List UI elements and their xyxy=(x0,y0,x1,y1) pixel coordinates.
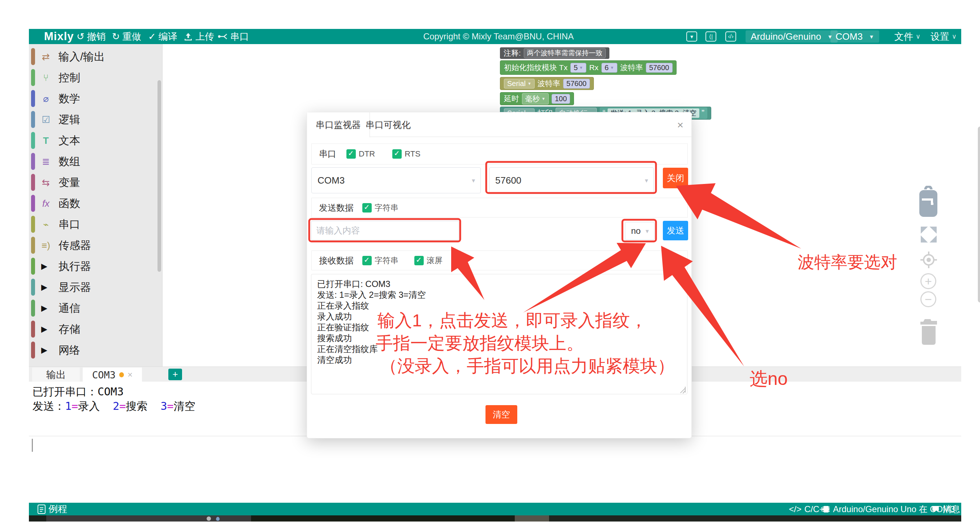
examples-button[interactable]: 例程 xyxy=(38,503,67,515)
undo-icon: ↺ xyxy=(76,32,84,41)
send-input[interactable] xyxy=(311,221,459,241)
recv-line: 发送: 1=录入 2=搜索 3=清空 xyxy=(317,290,681,300)
sidebar-item-display[interactable]: ▶显示器 xyxy=(29,278,162,296)
tab-output[interactable]: 输出 xyxy=(32,368,80,382)
rts-checkbox[interactable] xyxy=(392,149,402,159)
desktop-taskbar-strip xyxy=(29,515,961,521)
collapse-panel-icon[interactable]: ⟨| xyxy=(705,32,716,41)
block-category-sidebar: ⇄输入/输出 ⑂控制 ⌀数学 ☑逻辑 T文本 ≣数组 ⇆变量 fx函数 ⌁串口 … xyxy=(29,44,162,366)
send-string-checkbox[interactable] xyxy=(362,203,372,212)
block-init-fingerprint[interactable]: 初始化指纹模块 Tx 5▼ Rx 6▼ 波特率 57600 xyxy=(500,61,676,75)
expand-triangle-icon: ▶ xyxy=(41,346,47,355)
check-icon: ✓ xyxy=(148,32,156,41)
file-menu[interactable]: 文件∨ xyxy=(894,29,920,44)
sidebar-item-inout[interactable]: ⇄输入/输出 xyxy=(29,48,162,66)
top-toolbar: Mixly ↺撤销 ↻重做 ✓编译 上传 串口 Copyright © Mixl… xyxy=(29,29,961,44)
sidebar-item-communication[interactable]: ▶通信 xyxy=(29,299,162,317)
block-serial-baud[interactable]: Serial▼ 波特率 57600 xyxy=(500,77,594,90)
sidebar-item-network[interactable]: ▶网络 xyxy=(29,341,162,359)
backpack-icon[interactable] xyxy=(918,186,939,218)
send-options-box: 发送数据 字符串 xyxy=(311,198,688,218)
sidebar-item-actuator[interactable]: ▶执行器 xyxy=(29,257,162,276)
baud-value-socket[interactable]: 57600 xyxy=(563,79,590,89)
upload-icon xyxy=(183,32,193,41)
close-tab-icon[interactable]: × xyxy=(127,370,132,380)
tab-serial-visualizer[interactable]: 串口可视化 xyxy=(357,112,419,137)
auto-scroll-checkbox[interactable] xyxy=(414,256,424,265)
baud-value-socket[interactable]: 57600 xyxy=(646,63,673,73)
logic-icon: ☑ xyxy=(40,114,52,126)
port-select[interactable]: COM3▼ xyxy=(830,30,879,43)
sidebar-item-function[interactable]: fx函数 xyxy=(29,194,162,212)
line-ending-dropdown[interactable]: no▼ xyxy=(625,222,654,240)
sidebar-item-math[interactable]: ⌀数学 xyxy=(29,90,162,108)
recv-line: 已打开串口: COM3 xyxy=(317,279,681,290)
tab-com3[interactable]: COM3 × xyxy=(83,368,142,382)
undo-button[interactable]: ↺撤销 xyxy=(76,29,106,44)
recv-line: 录入成功 xyxy=(317,311,681,322)
serial-button[interactable]: 串口 xyxy=(218,29,249,44)
caret-down-icon: ▼ xyxy=(869,33,874,40)
messages-button[interactable]: 消息 xyxy=(931,503,960,515)
recv-line: 正在清空指纹库 xyxy=(317,344,681,355)
baud-dropdown[interactable]: 57600▼ xyxy=(489,167,654,193)
resize-handle[interactable] xyxy=(680,387,686,392)
console-line: 发送：1=录入 2=搜索 3=清空 xyxy=(32,399,196,414)
sidebar-item-control[interactable]: ⑂控制 xyxy=(29,68,162,87)
recv-string-checkbox[interactable] xyxy=(362,256,372,265)
port-dropdown[interactable]: COM3▼ xyxy=(311,167,481,193)
sidebar-item-variable[interactable]: ⇆变量 xyxy=(29,174,162,191)
plug-icon: ⌁ xyxy=(40,219,52,230)
fx-icon: fx xyxy=(40,198,52,209)
sidebar-item-array[interactable]: ≣数组 xyxy=(29,153,162,170)
trash-icon[interactable] xyxy=(918,317,939,346)
compass-icon: ⌀ xyxy=(40,93,52,104)
add-tab-button[interactable]: + xyxy=(168,369,182,380)
zoom-in-button[interactable]: + xyxy=(920,273,936,289)
sidebar-item-text[interactable]: T文本 xyxy=(29,132,162,150)
sidebar-item-serial[interactable]: ⌁串口 xyxy=(29,215,162,234)
sidebar-scrollbar[interactable] xyxy=(158,80,161,272)
console-input-caret[interactable] xyxy=(32,439,33,452)
expand-workspace-icon[interactable] xyxy=(921,226,937,242)
block-delay[interactable]: 延时 毫秒▼ 100 xyxy=(500,92,574,105)
caret-down-icon: ▼ xyxy=(644,177,649,183)
settings-menu[interactable]: 设置∨ xyxy=(931,29,956,44)
recv-line: 搜索成功 xyxy=(317,333,681,344)
send-button[interactable]: 发送 xyxy=(663,221,688,241)
workspace-vertical-scrollbar[interactable] xyxy=(978,126,980,303)
expand-triangle-icon: ▶ xyxy=(41,304,47,313)
serial-port-dropdown[interactable]: Serial▼ xyxy=(504,79,535,89)
redo-button[interactable]: ↻重做 xyxy=(112,29,141,44)
tx-pin-dropdown[interactable]: 5▼ xyxy=(570,63,586,73)
swap-icon: ⇆ xyxy=(40,177,52,188)
text-icon: T xyxy=(40,135,52,147)
caret-down-icon: ▼ xyxy=(471,177,476,183)
message-bubble-icon xyxy=(931,505,940,514)
sidebar-item-sensor[interactable]: ≡)传感器 xyxy=(29,236,162,255)
block-comment[interactable]: 注释: 两个波特率需需保持一致 xyxy=(500,47,609,59)
board-select[interactable]: Arduino/Genuino▼ xyxy=(746,30,838,43)
sidebar-item-logic[interactable]: ☑逻辑 xyxy=(29,111,162,129)
upload-button[interactable]: 上传 xyxy=(183,29,214,44)
delay-unit-dropdown[interactable]: 毫秒▼ xyxy=(522,93,549,104)
recv-line: 正在验证指纹 xyxy=(317,322,681,333)
delay-value-socket[interactable]: 100 xyxy=(552,94,570,104)
sidebar-item-storage[interactable]: ▶存储 xyxy=(29,320,162,338)
center-blocks-icon[interactable] xyxy=(920,251,938,269)
unread-dot xyxy=(119,372,124,377)
dtr-checkbox[interactable] xyxy=(347,149,356,159)
received-data-area[interactable]: 已打开串口: COM3 发送: 1=录入 2=搜索 3=清空 正在录入指纹 录入… xyxy=(311,274,687,394)
clear-button[interactable]: 清空 xyxy=(485,405,517,424)
expand-triangle-icon: ▶ xyxy=(41,283,47,292)
copyright-text: Copyright © Mixly Team@BNU, CHINA xyxy=(408,29,589,44)
window-layout-icon[interactable]: ▾ xyxy=(686,32,697,41)
code-view-icon[interactable]: ‹/› xyxy=(725,32,736,41)
compile-button[interactable]: ✓编译 xyxy=(148,29,177,44)
zoom-out-button[interactable]: − xyxy=(920,291,936,307)
receive-options-box: 接收数据 字符串 滚屏 xyxy=(311,250,688,270)
dialog-close-icon[interactable]: × xyxy=(677,119,683,131)
close-port-button[interactable]: 关闭 xyxy=(663,168,688,188)
rx-pin-dropdown[interactable]: 6▼ xyxy=(601,63,617,73)
comment-text-field[interactable]: 两个波特率需需保持一致 xyxy=(524,48,606,58)
